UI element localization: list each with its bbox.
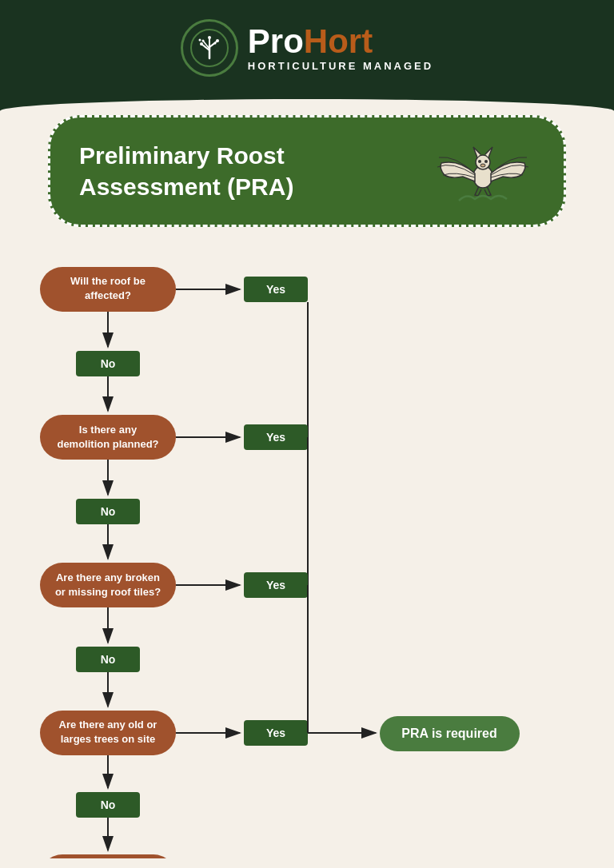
svg-point-12 xyxy=(198,39,201,42)
logo-text: ProHort HORTICULTURE MANAGED xyxy=(248,25,433,72)
bat-image xyxy=(431,135,535,207)
main-content: Will the roof be affected? Yes No Is the… xyxy=(0,227,614,868)
svg-text:Will the roof be: Will the roof be xyxy=(70,275,146,287)
logo-circle xyxy=(181,19,238,77)
svg-text:PRA is required: PRA is required xyxy=(401,727,496,740)
header: ProHort HORTICULTURE MANAGED xyxy=(0,0,614,99)
svg-point-8 xyxy=(200,42,203,46)
svg-text:No: No xyxy=(101,505,116,518)
svg-text:Are there any broken: Are there any broken xyxy=(56,571,160,583)
svg-text:or missing roof tiles?: or missing roof tiles? xyxy=(55,586,161,598)
svg-text:Yes: Yes xyxy=(266,431,285,444)
svg-text:No: No xyxy=(101,798,116,811)
svg-text:Is there any: Is there any xyxy=(79,424,138,436)
svg-point-10 xyxy=(201,40,204,42)
svg-point-11 xyxy=(213,42,216,45)
svg-text:No: No xyxy=(101,357,116,370)
svg-text:No: No xyxy=(101,653,116,666)
svg-text:demolition planned?: demolition planned? xyxy=(57,438,158,450)
svg-text:larges trees on site: larges trees on site xyxy=(61,733,156,745)
svg-point-9 xyxy=(216,39,219,42)
svg-text:Yes: Yes xyxy=(266,727,285,739)
svg-rect-40 xyxy=(40,563,176,607)
svg-point-15 xyxy=(478,160,481,163)
svg-text:affected?: affected? xyxy=(85,289,131,301)
title-text: Preliminary Roost Assessment (PRA) xyxy=(79,140,293,202)
logo-name: ProHort xyxy=(248,25,433,58)
svg-text:Are there any old or: Are there any old or xyxy=(59,719,157,731)
logo-subtitle: HORTICULTURE MANAGED xyxy=(248,60,433,72)
svg-text:Yes: Yes xyxy=(266,283,285,296)
logo-area: ProHort HORTICULTURE MANAGED xyxy=(181,19,433,77)
flowchart-svg: Will the roof be affected? Yes No Is the… xyxy=(32,251,582,858)
svg-rect-29 xyxy=(40,415,176,460)
svg-rect-65 xyxy=(40,854,176,858)
logo-hort: Hort xyxy=(304,22,373,60)
svg-text:Yes: Yes xyxy=(266,579,285,591)
svg-point-17 xyxy=(480,164,485,167)
svg-point-7 xyxy=(208,36,211,39)
logo-pro: Pro xyxy=(248,22,304,60)
svg-point-16 xyxy=(484,160,488,163)
title-banner: Preliminary Roost Assessment (PRA) xyxy=(48,115,566,227)
